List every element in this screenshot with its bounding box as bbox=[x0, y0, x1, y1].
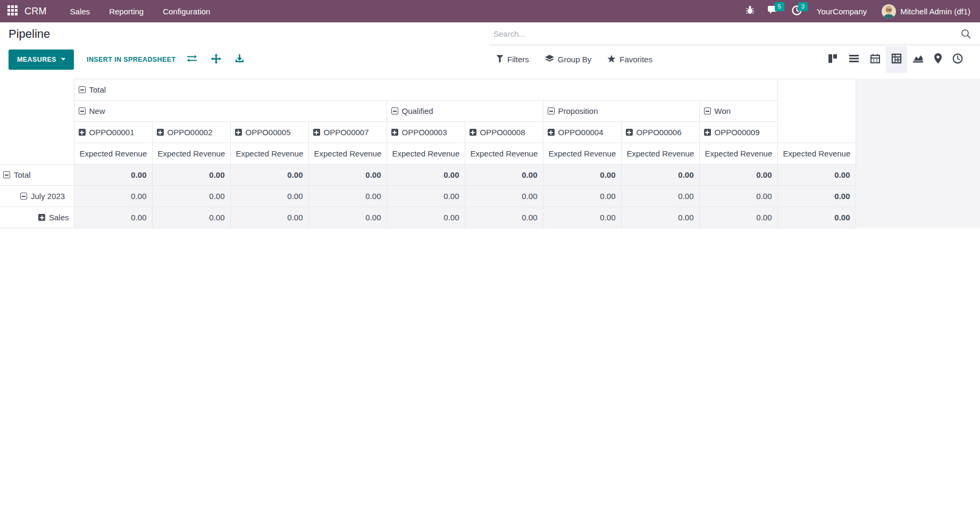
search-icon[interactable] bbox=[957, 29, 980, 39]
pivot-cell: 0.00 bbox=[387, 207, 465, 228]
col-header-opportunity[interactable]: OPPO00007 bbox=[308, 122, 387, 143]
expand-icon[interactable] bbox=[704, 129, 711, 136]
col-header-opportunity[interactable]: OPPO00009 bbox=[699, 122, 777, 143]
list-icon bbox=[849, 54, 859, 65]
pivot-cell: 0.00 bbox=[152, 164, 230, 186]
activities-button[interactable]: 3 bbox=[788, 0, 806, 22]
expand-all-button[interactable] bbox=[208, 51, 224, 69]
messages-badge: 5 bbox=[775, 2, 784, 11]
pivot-cell: 0.00 bbox=[152, 186, 230, 207]
measure-header[interactable]: Expected Revenue bbox=[74, 143, 152, 164]
avatar bbox=[882, 4, 896, 19]
view-calendar-button[interactable] bbox=[865, 46, 886, 73]
expand-icon[interactable] bbox=[626, 129, 633, 136]
view-graph-button[interactable] bbox=[907, 46, 929, 72]
measure-header[interactable]: Expected Revenue bbox=[699, 143, 777, 164]
collapse-icon[interactable] bbox=[391, 107, 398, 114]
measure-header[interactable]: Expected Revenue bbox=[308, 143, 387, 164]
expand-icon[interactable] bbox=[548, 129, 555, 136]
pivot-cell: 0.00 bbox=[543, 207, 621, 228]
flip-axis-icon bbox=[187, 54, 197, 64]
pivot-view: Total New Qualified Proposition Won bbox=[0, 79, 980, 228]
expand-icon[interactable] bbox=[38, 214, 45, 221]
toolbar-left: MEASURES INSERT IN SPREADSHEET bbox=[0, 49, 489, 70]
view-list-button[interactable] bbox=[843, 47, 865, 72]
measure-header[interactable]: Expected Revenue bbox=[777, 143, 856, 164]
flip-axis-button[interactable] bbox=[183, 51, 200, 68]
col-header-opportunity[interactable]: OPPO00005 bbox=[230, 122, 308, 143]
row-header-july-2023[interactable]: July 2023 bbox=[0, 186, 74, 207]
col-header-opportunity[interactable]: OPPO00006 bbox=[621, 122, 699, 143]
pivot-cell: 0.00 bbox=[465, 186, 543, 207]
expand-icon[interactable] bbox=[470, 129, 476, 136]
pivot-cell: 0.00 bbox=[543, 186, 621, 207]
expand-icon[interactable] bbox=[157, 129, 164, 136]
group-by-button[interactable]: Group By bbox=[545, 55, 591, 64]
top-navbar: CRM Sales Reporting Configuration bbox=[0, 0, 980, 22]
measure-header[interactable]: Expected Revenue bbox=[465, 143, 543, 164]
opportunity-label: OPPO00007 bbox=[324, 128, 369, 137]
col-header-total[interactable]: Total bbox=[74, 79, 777, 101]
col-header-opportunity[interactable]: OPPO00002 bbox=[152, 122, 230, 143]
collapse-icon[interactable] bbox=[79, 86, 86, 93]
collapse-icon[interactable] bbox=[704, 107, 711, 114]
col-header-opportunity[interactable]: OPPO00004 bbox=[543, 122, 621, 143]
menu-sales[interactable]: Sales bbox=[62, 0, 99, 22]
measure-header[interactable]: Expected Revenue bbox=[230, 143, 308, 164]
pivot-cell: 0.00 bbox=[74, 186, 152, 207]
expand-icon[interactable] bbox=[391, 129, 398, 136]
filters-button[interactable]: Filters bbox=[496, 55, 529, 64]
collapse-icon[interactable] bbox=[3, 171, 10, 178]
pivot-cell: 0.00 bbox=[230, 186, 308, 207]
measure-header[interactable]: Expected Revenue bbox=[152, 143, 230, 164]
col-group-new[interactable]: New bbox=[74, 101, 387, 122]
measure-header[interactable]: Expected Revenue bbox=[543, 143, 621, 164]
favorites-button[interactable]: Favorites bbox=[607, 55, 652, 64]
layers-icon bbox=[545, 55, 554, 64]
expand-icon[interactable] bbox=[79, 129, 86, 136]
debug-button[interactable] bbox=[741, 0, 759, 22]
pivot-cell: 0.00 bbox=[465, 207, 543, 228]
view-activity-button[interactable] bbox=[947, 46, 968, 73]
clock-icon bbox=[952, 53, 963, 66]
view-kanban-button[interactable] bbox=[822, 46, 843, 73]
download-button[interactable] bbox=[232, 51, 247, 68]
col-header-opportunity[interactable]: OPPO00001 bbox=[74, 122, 152, 143]
row-header-sales[interactable]: Sales bbox=[0, 207, 74, 228]
apps-menu-button[interactable] bbox=[0, 0, 24, 22]
funnel-icon bbox=[496, 55, 504, 64]
view-pivot-button[interactable] bbox=[886, 46, 907, 73]
search-input[interactable] bbox=[489, 27, 957, 40]
row-header-total[interactable]: Total bbox=[0, 164, 74, 186]
menu-reporting[interactable]: Reporting bbox=[100, 0, 152, 22]
collapse-icon[interactable] bbox=[79, 107, 86, 114]
topbar-systray: 5 3 YourCompany bbox=[741, 0, 974, 22]
insert-in-spreadsheet-button[interactable]: INSERT IN SPREADSHEET bbox=[87, 56, 175, 63]
pivot-cell: 0.00 bbox=[465, 164, 543, 186]
collapse-icon[interactable] bbox=[20, 193, 27, 200]
pivot-corner-blank bbox=[0, 79, 74, 101]
measure-header[interactable]: Expected Revenue bbox=[621, 143, 699, 164]
expand-all-icon bbox=[211, 54, 221, 65]
col-group-proposition[interactable]: Proposition bbox=[543, 101, 699, 122]
menu-configuration[interactable]: Configuration bbox=[154, 0, 219, 22]
col-header-opportunity[interactable]: OPPO00003 bbox=[387, 122, 465, 143]
measure-header[interactable]: Expected Revenue bbox=[387, 143, 465, 164]
pivot-right-filler bbox=[856, 79, 980, 228]
col-header-opportunity[interactable]: OPPO00008 bbox=[465, 122, 543, 143]
grand-total-column-header[interactable] bbox=[777, 79, 856, 143]
user-menu[interactable]: Mitchell Admin (df1) bbox=[882, 4, 974, 19]
company-switcher[interactable]: YourCompany bbox=[817, 7, 867, 16]
expand-icon[interactable] bbox=[313, 129, 320, 136]
messages-button[interactable]: 5 bbox=[765, 0, 783, 22]
pivot-cell: 0.00 bbox=[152, 207, 230, 228]
col-group-won[interactable]: Won bbox=[699, 101, 777, 122]
current-app-name[interactable]: CRM bbox=[24, 6, 47, 17]
opportunity-label: OPPO00006 bbox=[636, 128, 682, 137]
expand-icon[interactable] bbox=[235, 129, 242, 136]
measures-button[interactable]: MEASURES bbox=[9, 49, 74, 70]
view-map-button[interactable] bbox=[929, 46, 947, 73]
collapse-icon[interactable] bbox=[548, 107, 555, 114]
col-group-qualified[interactable]: Qualified bbox=[387, 101, 543, 122]
opportunity-label: OPPO00002 bbox=[167, 128, 213, 137]
